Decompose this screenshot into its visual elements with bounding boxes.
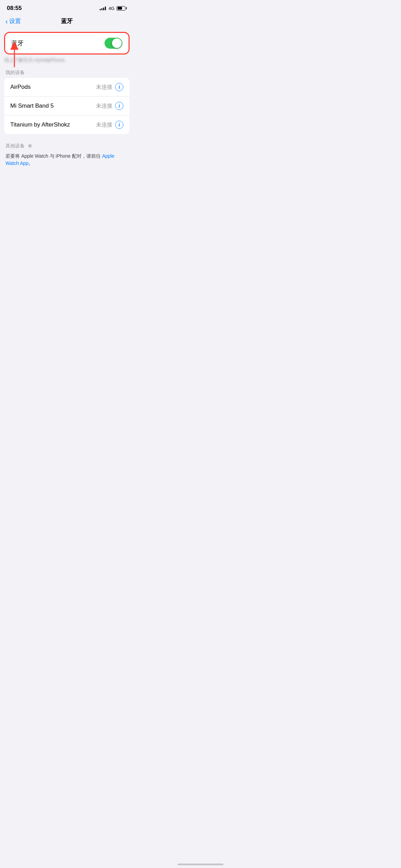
signal-bars-icon — [100, 6, 106, 10]
status-icons: 4G — [100, 6, 127, 11]
device-name-mi-band: Mi Smart Band 5 — [10, 103, 54, 109]
back-label: 设置 — [9, 17, 21, 25]
info-button-titanium[interactable]: i — [115, 121, 123, 129]
bluetooth-toggle-section: 蓝牙 — [4, 32, 130, 55]
device-name-airpods: AirPods — [10, 84, 31, 91]
apple-watch-text-prefix: 若要将 Apple Watch 与 iPhone 配对，请前往 — [5, 153, 102, 159]
device-name-titanium: Titanium by AfterShokz — [10, 121, 70, 128]
info-icon: i — [119, 103, 120, 109]
info-icon: i — [119, 122, 120, 128]
device-status-airpods: 未连接 — [96, 84, 112, 91]
device-status-group: 未连接 i — [96, 102, 123, 110]
apple-watch-text-suffix: 。 — [28, 160, 33, 166]
back-button[interactable]: ‹ 设置 — [5, 17, 21, 25]
my-devices-list: AirPods 未连接 i Mi Smart Band 5 未连接 i Tita… — [4, 78, 130, 134]
info-icon: i — [119, 84, 120, 90]
bluetooth-row: 蓝牙 — [5, 33, 129, 53]
device-status-group: 未连接 i — [96, 121, 123, 129]
device-status-titanium: 未连接 — [96, 121, 112, 129]
blurred-section: 境上了解无为 myHelpPhone。 — [0, 55, 134, 65]
page-title: 蓝牙 — [61, 17, 73, 25]
content: 蓝牙 境上了解无为 myHelpPhone。 我的设备 AirPods 未连接 — [0, 32, 134, 167]
status-time: 08:55 — [7, 5, 22, 12]
other-devices-label: 其他设备 — [5, 143, 25, 149]
loading-spinner-icon: ✳ — [27, 142, 33, 150]
other-devices-header: 其他设备 ✳ — [5, 142, 128, 150]
battery-icon — [117, 6, 127, 11]
status-bar: 08:55 4G — [0, 0, 134, 14]
red-arrow-icon — [6, 41, 23, 69]
chevron-left-icon: ‹ — [5, 18, 8, 25]
bluetooth-toggle[interactable] — [105, 38, 122, 49]
list-item: Titanium by AfterShokz 未连接 i — [4, 116, 130, 134]
device-status-group: 未连接 i — [96, 83, 123, 91]
device-status-mi-band: 未连接 — [96, 103, 112, 110]
list-item: Mi Smart Band 5 未连接 i — [4, 97, 130, 116]
toggle-knob — [112, 38, 122, 48]
info-button-airpods[interactable]: i — [115, 83, 123, 91]
list-item: AirPods 未连接 i — [4, 78, 130, 97]
apple-watch-description: 若要将 Apple Watch 与 iPhone 配对，请前往 Apple Wa… — [5, 153, 128, 167]
other-devices-section: 其他设备 ✳ 若要将 Apple Watch 与 iPhone 配对，请前往 A… — [0, 142, 134, 167]
info-button-mi-band[interactable]: i — [115, 102, 123, 110]
nav-bar: ‹ 设置 蓝牙 — [0, 14, 134, 29]
signal-label: 4G — [109, 6, 114, 11]
